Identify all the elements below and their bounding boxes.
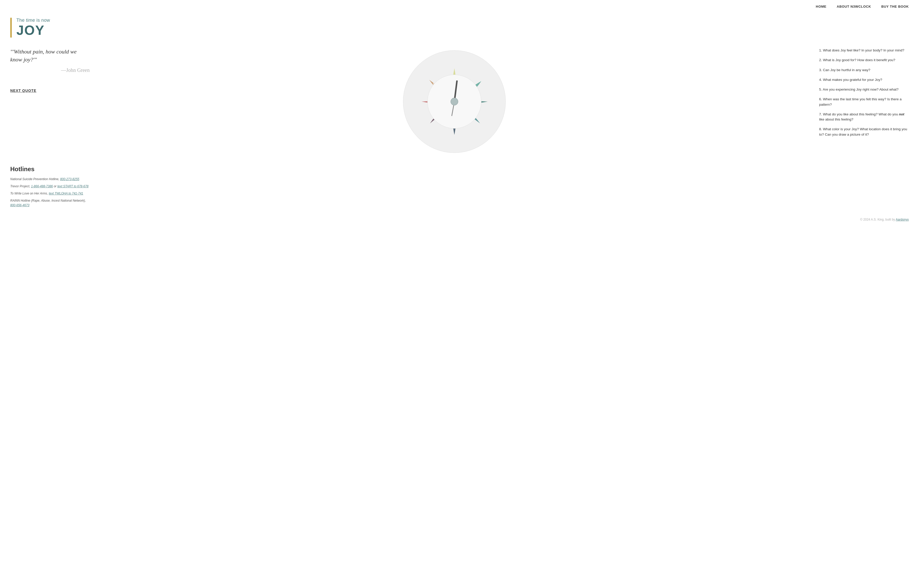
svg-point-14: [451, 98, 458, 105]
hotlines-section: Hotlines National Suicide Prevention Hot…: [0, 155, 919, 215]
questions-list: What does Joy feel like? In your body? I…: [819, 48, 909, 137]
hotline-3-link[interactable]: text TWLOHA to 741-741: [49, 192, 83, 195]
footer-link[interactable]: Aardonyx: [896, 218, 909, 221]
next-quote-button[interactable]: NEXT QUOTE: [10, 89, 36, 93]
hotline-2-link2[interactable]: text START to 678-678: [57, 184, 89, 188]
navigation: HOME ABOUT N3WCLOCK BUY THE BOOK: [0, 0, 919, 13]
hero-title: JOY: [16, 23, 50, 38]
gold-bar: [10, 18, 12, 38]
footer: © 2024 A.S. King, built by Aardonyx: [0, 215, 919, 226]
right-column: What does Joy feel like? In your body? I…: [811, 48, 909, 142]
question-3: Can Joy be hurtful in any way?: [819, 68, 909, 73]
hotline-4-link[interactable]: 800-656-4673: [10, 204, 29, 207]
question-1: What does Joy feel like? In your body? I…: [819, 48, 909, 53]
question-6: When was the last time you felt this way…: [819, 97, 909, 107]
hotline-4: RAINN Hotline (Rape, Abuse, Incest Natio…: [10, 198, 909, 207]
hero-text: The time is now JOY: [16, 18, 50, 38]
nav-home[interactable]: HOME: [816, 5, 827, 8]
quote-text: "'Without pain, how could we know joy?'": [10, 48, 90, 64]
hero-subtitle: The time is now: [16, 18, 50, 23]
left-column: "'Without pain, how could we know joy?'"…: [10, 48, 97, 93]
question-5: Are you experiencing Joy right now? Abou…: [819, 87, 909, 92]
quote-block: "'Without pain, how could we know joy?'"…: [10, 48, 90, 73]
quote-author: —John Green: [10, 67, 90, 73]
hotline-2: Trevor Project, 1-866-488-7386 or text S…: [10, 184, 909, 189]
main-content: "'Without pain, how could we know joy?'"…: [0, 40, 919, 155]
nav-about[interactable]: ABOUT N3WCLOCK: [837, 5, 871, 8]
hotlines-title: Hotlines: [10, 166, 909, 173]
wheel-svg: SERENITY JOY ECSTASY TRUST FEAR SURPRISE: [400, 48, 508, 155]
question-7: What do you like about this feeling? Wha…: [819, 112, 909, 122]
hotline-3: To Write Love on Her Arms, text TWLOHA t…: [10, 191, 909, 196]
center-column: SERENITY JOY ECSTASY TRUST FEAR SURPRISE: [97, 48, 811, 155]
question-4: What makes you grateful for your Joy?: [819, 77, 909, 82]
question-8: What color is your Joy? What location do…: [819, 127, 909, 137]
hero-header: The time is now JOY: [0, 13, 919, 40]
nav-buy[interactable]: BUY THE BOOK: [881, 5, 909, 8]
hotline-2-link1[interactable]: 1-866-488-7386: [31, 184, 53, 188]
question-2: What is Joy good for? How does it benefi…: [819, 58, 909, 63]
quote-open-mark: "'Without pain, how could we know joy?'": [10, 48, 76, 63]
hotline-1: National Suicide Prevention Hotline, 800…: [10, 177, 909, 181]
footer-text: © 2024 A.S. King, built by: [860, 218, 895, 221]
hotline-1-link[interactable]: 800-273-8255: [60, 177, 79, 181]
emotion-wheel: SERENITY JOY ECSTASY TRUST FEAR SURPRISE: [400, 48, 508, 155]
